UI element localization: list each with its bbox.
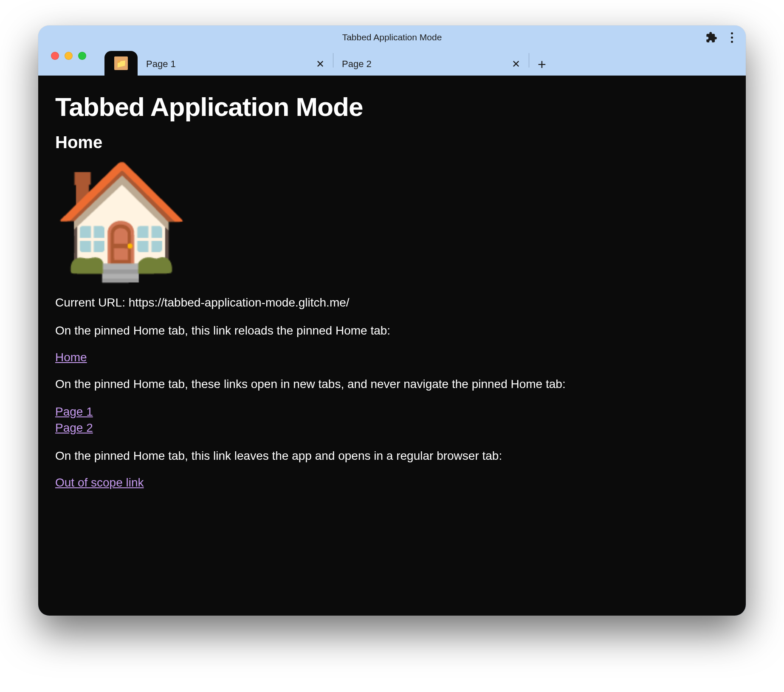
- link-page-1[interactable]: Page 1: [55, 404, 93, 420]
- para-newtabs: On the pinned Home tab, these links open…: [55, 376, 729, 392]
- link-page-2[interactable]: Page 2: [55, 420, 93, 436]
- tab-separator: [529, 53, 529, 68]
- page-title: Tabbed Application Mode: [55, 92, 729, 122]
- current-url-line: Current URL: https://tabbed-application-…: [55, 295, 729, 311]
- minimize-window-button[interactable]: [65, 52, 73, 60]
- tab-strip: 📁 Page 1 ✕ Page 2 ✕ +: [38, 49, 746, 76]
- house-icon: 🏠: [53, 165, 729, 275]
- new-tab-button[interactable]: +: [529, 53, 555, 76]
- para-out-of-scope: On the pinned Home tab, this link leaves…: [55, 448, 729, 464]
- home-tab-icon: 📁: [114, 56, 128, 70]
- tab-pinned-home[interactable]: 📁: [104, 51, 138, 76]
- link-out-of-scope[interactable]: Out of scope link: [55, 476, 144, 489]
- page-subtitle: Home: [55, 133, 729, 152]
- close-window-button[interactable]: [51, 52, 59, 60]
- tab-label: Page 2: [342, 59, 510, 70]
- window-title: Tabbed Application Mode: [38, 32, 746, 42]
- para-reload: On the pinned Home tab, this link reload…: [55, 323, 729, 339]
- link-home[interactable]: Home: [55, 351, 87, 364]
- page-content: Tabbed Application Mode Home 🏠 Current U…: [38, 76, 746, 616]
- close-icon[interactable]: ✕: [314, 58, 326, 70]
- tab-page-2[interactable]: Page 2 ✕: [333, 53, 529, 76]
- close-icon[interactable]: ✕: [510, 58, 522, 70]
- tab-label: Page 1: [146, 59, 314, 70]
- app-window: Tabbed Application Mode 📁: [38, 25, 746, 616]
- menu-icon[interactable]: [728, 29, 736, 46]
- traffic-lights: [51, 52, 86, 60]
- extensions-icon[interactable]: [705, 31, 717, 43]
- fullscreen-window-button[interactable]: [78, 52, 86, 60]
- titlebar: Tabbed Application Mode: [38, 25, 746, 49]
- tab-page-1[interactable]: Page 1 ✕: [138, 53, 333, 76]
